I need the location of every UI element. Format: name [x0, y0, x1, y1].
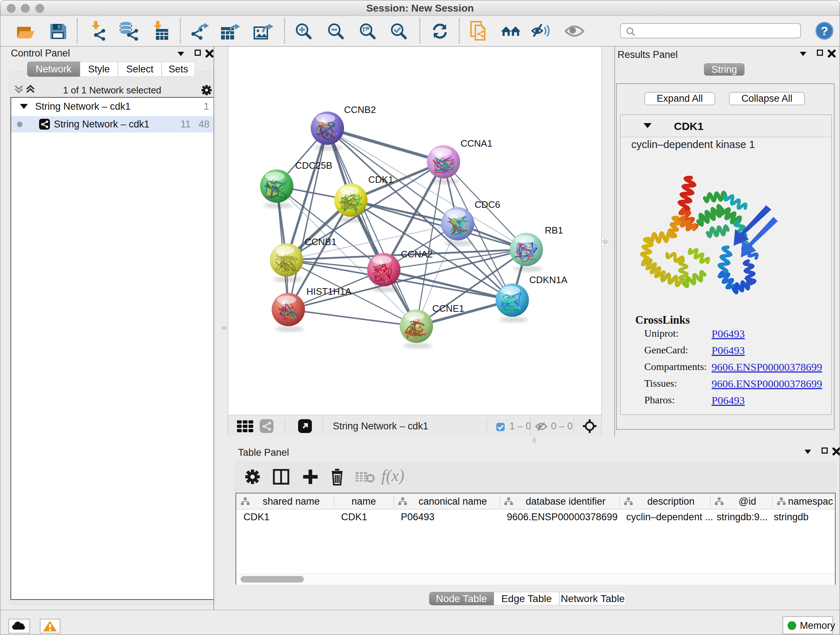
svg-text:CDC6: CDC6	[475, 199, 500, 210]
svg-text:CDKN1A: CDKN1A	[529, 274, 568, 285]
svg-text:CDC25B: CDC25B	[295, 160, 332, 171]
svg-text:CCNA1: CCNA1	[461, 138, 493, 149]
svg-text:CCNB2: CCNB2	[344, 104, 376, 115]
svg-text:CCNE1: CCNE1	[432, 303, 464, 314]
svg-text:CCNB1: CCNB1	[305, 236, 336, 247]
svg-text:CCNA2: CCNA2	[401, 249, 433, 260]
svg-text:RB1: RB1	[545, 225, 563, 236]
svg-text:HIST1H1A: HIST1H1A	[306, 286, 352, 297]
svg-text:CDK1: CDK1	[368, 174, 393, 185]
